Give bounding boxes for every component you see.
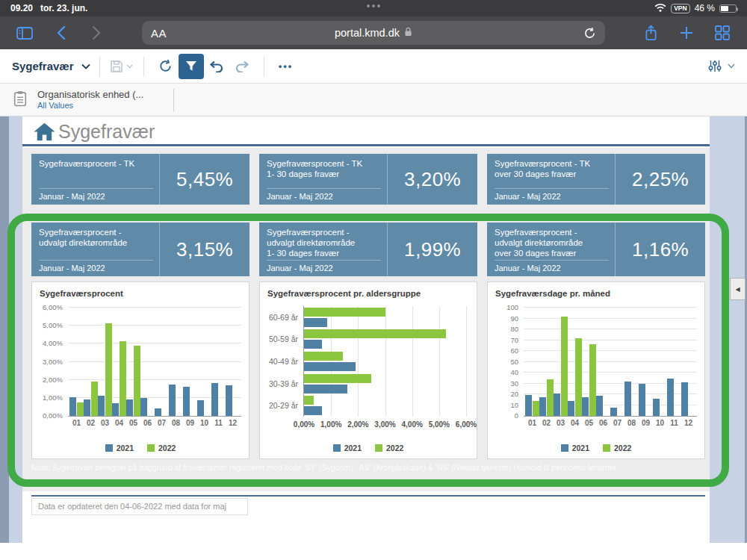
reload-button[interactable] <box>583 27 596 40</box>
legend-label: 2022 <box>386 444 403 452</box>
left-edge-strip <box>0 116 9 543</box>
kpi-title-line: Sygefraværsprocent - <box>495 227 615 237</box>
back-button[interactable] <box>49 22 72 44</box>
kpi-tile-title: Sygefraværsprocent -udvalgt direktørområ… <box>495 227 615 260</box>
x-tick-label: 01 <box>525 416 539 429</box>
x-tick-label: 08 <box>169 416 183 429</box>
bar-2021 <box>539 397 546 416</box>
chart-title: Sygefraværsprocent pr. aldersgruppe <box>260 282 477 298</box>
y-tick-label: 1,00% <box>43 393 63 402</box>
more-options-button[interactable]: ••• <box>273 54 299 79</box>
tabs-overview-button[interactable] <box>711 22 734 44</box>
clipboard-icon <box>13 90 27 110</box>
y-tick-label: 5,00% <box>43 321 63 329</box>
kpi-tile-title: Sygefraværsprocent - TK <box>39 158 159 188</box>
reader-view-button[interactable]: AA <box>151 27 167 40</box>
kpi-title-line: udvalgt direktørområde <box>267 237 387 248</box>
kpi-tile[interactable]: Sygefraværsprocent - TK1- 30 dages fravæ… <box>259 154 477 205</box>
bar-group <box>84 308 98 416</box>
kpi-tile[interactable]: Sygefraværsprocent - TKJanuar - Maj 2022… <box>31 154 249 205</box>
bar-group <box>183 308 197 416</box>
kpi-tile[interactable]: Sygefraværsprocent -udvalgt direktørområ… <box>31 223 249 276</box>
chart-legend: 20212022 <box>32 444 249 452</box>
divider-line <box>31 495 705 497</box>
kpi-title-line: Sygefraværsprocent - TK <box>39 158 159 169</box>
bar-2021 <box>112 403 119 416</box>
kpi-tile-period: Januar - Maj 2022 <box>39 188 153 205</box>
bar-group <box>98 308 112 416</box>
y-tick-label: 2,00% <box>43 376 63 384</box>
redo-button[interactable] <box>229 54 255 79</box>
forward-button[interactable] <box>85 22 108 44</box>
kpi-tile-value: 5,45% <box>160 154 249 205</box>
address-bar[interactable]: AA portal.kmd.dk <box>142 21 605 45</box>
report-title: Sygefravær <box>12 60 74 72</box>
bar-group <box>639 308 653 416</box>
kpi-title-line: Sygefraværsprocent - TK <box>495 158 615 169</box>
filter-button[interactable] <box>179 54 204 79</box>
dashboard-header: Sygefravær <box>22 119 710 144</box>
y-tick-label: 40 <box>510 368 518 376</box>
save-button[interactable] <box>109 54 134 79</box>
new-tab-button[interactable] <box>675 22 698 44</box>
kpi-title-line: Sygefraværsprocent - TK <box>267 158 387 169</box>
browser-toolbar: AA portal.kmd.dk <box>0 16 747 49</box>
bar-2022 <box>304 308 385 317</box>
bar-2022 <box>304 374 371 383</box>
y-tick-label: 70 <box>510 336 518 344</box>
vpn-badge: VPN <box>671 4 689 13</box>
gridline <box>466 306 467 417</box>
bar-group <box>568 308 582 416</box>
bar-2021 <box>98 396 105 416</box>
view-settings-button[interactable] <box>708 60 735 72</box>
kpi-tile-value: 3,15% <box>160 223 249 276</box>
x-tick-label: 07 <box>610 416 624 429</box>
x-tick-label: 11 <box>211 416 226 429</box>
chart-panel-1[interactable]: Sygefraværsprocent0,00%1,00%2,00%3,00%4,… <box>31 281 249 459</box>
dashboard-canvas: Sygefraværsprocent - TKJanuar - Maj 2022… <box>22 148 710 491</box>
kpi-tile[interactable]: Sygefraværsprocent -udvalgt direktørområ… <box>259 223 477 276</box>
bar-2021 <box>582 397 589 416</box>
y-tick-label: 6,00% <box>43 303 63 311</box>
legend-label: 2021 <box>344 444 362 452</box>
sidebar-toggle-button[interactable] <box>13 22 36 44</box>
redo-icon <box>235 60 249 72</box>
chart-panel-3[interactable]: Sygefraværsdage pr. måned010203040506070… <box>487 281 705 459</box>
undo-button[interactable] <box>204 54 229 79</box>
bar-group <box>304 350 466 373</box>
legend-item: 2022 <box>375 444 403 452</box>
bar-2021 <box>304 340 322 349</box>
chart-panel-2[interactable]: Sygefraværsprocent pr. aldersgruppe0,00%… <box>259 281 477 459</box>
bar-2021 <box>568 401 574 416</box>
refresh-button[interactable] <box>153 54 179 79</box>
bar-group <box>155 308 169 416</box>
y-tick-label: 3,00% <box>43 358 63 366</box>
collapse-panel-handle[interactable]: ◀ <box>730 278 746 300</box>
bar-2021 <box>183 387 190 416</box>
filter-bar: Organisatorisk enhed (... All Values <box>0 84 747 116</box>
battery-icon <box>719 4 737 13</box>
y-tick-label: 60 <box>510 346 518 355</box>
bar-2022 <box>575 338 582 416</box>
date: tor. 23. jun. <box>40 3 87 13</box>
bar-2021 <box>169 385 176 416</box>
legend-swatch <box>147 444 155 452</box>
share-button[interactable] <box>639 22 662 44</box>
home-icon[interactable] <box>34 122 55 144</box>
bar-group <box>169 308 183 416</box>
kpi-tile-period: Januar - Maj 2022 <box>267 188 381 205</box>
y-tick-label: 20 <box>510 390 518 398</box>
report-title-dropdown[interactable]: Sygefravær <box>12 60 90 72</box>
filter-value-link[interactable]: All Values <box>37 100 143 111</box>
kpi-title-line: 1- 30 dages fravær <box>267 248 387 258</box>
battery-percent: 46 % <box>695 3 715 13</box>
kpi-row-2: Sygefraværsprocent -udvalgt direktørområ… <box>31 223 705 276</box>
bar-2022 <box>589 344 596 416</box>
kpi-tile[interactable]: Sygefraværsprocent -udvalgt direktørområ… <box>487 223 705 276</box>
filter-chip-org-unit[interactable]: Organisatorisk enhed (... All Values <box>37 89 143 111</box>
header-underline <box>22 144 710 146</box>
category-label: 40-49 år <box>269 357 298 366</box>
legend-item: 2021 <box>105 444 134 452</box>
kpi-tile[interactable]: Sygefraværsprocent - TKover 30 dages fra… <box>487 154 705 205</box>
right-margin <box>710 116 747 543</box>
